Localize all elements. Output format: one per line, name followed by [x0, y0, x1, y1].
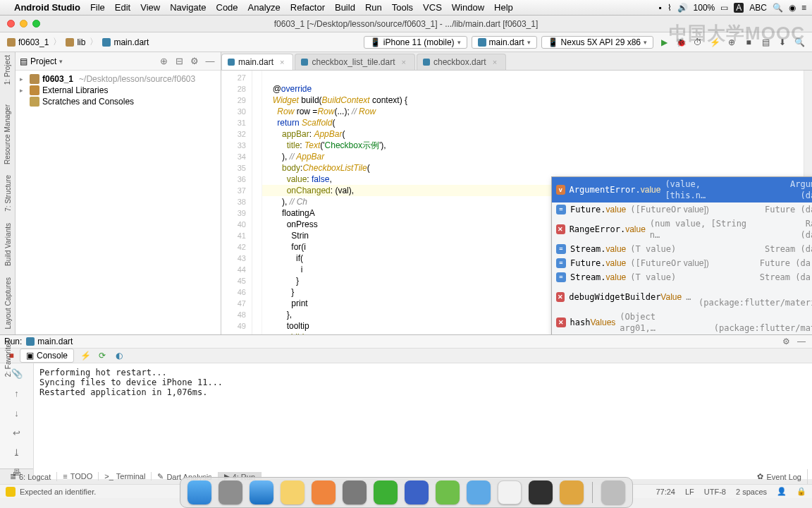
run-hide-icon[interactable]: —: [795, 335, 808, 348]
window-close-button[interactable]: [7, 20, 15, 28]
code-completion-popup[interactable]: vArgumentError.value(value, [this.n…Argu…: [551, 176, 812, 334]
debug-button-icon[interactable]: 🐞: [674, 35, 688, 49]
inspections-icon[interactable]: 👤: [777, 487, 787, 496]
event-log-tab[interactable]: ✿Event Log: [751, 469, 808, 484]
completion-item[interactable]: ✕debugWidgetBuilderValue…void (package:f…: [552, 284, 812, 310]
volume-icon[interactable]: 🔊: [677, 3, 688, 13]
hot-reload-icon[interactable]: ⚡: [708, 35, 722, 49]
completion-item[interactable]: =Future.value([FutureOr value])Future (d…: [552, 202, 812, 217]
device-selector-primary[interactable]: 📱iPhone 11 (mobile)▾: [364, 36, 467, 49]
file-encoding[interactable]: UTF-8: [704, 488, 726, 496]
caret-position[interactable]: 77:24: [656, 488, 675, 496]
hot-restart-action-icon[interactable]: ⟳: [94, 349, 111, 363]
siri-icon[interactable]: ◉: [789, 3, 796, 13]
breadcrumb-folder[interactable]: lib: [63, 37, 88, 47]
run-button-icon[interactable]: ▶: [657, 35, 671, 49]
close-tab-icon[interactable]: ×: [493, 58, 497, 66]
menu-navigate[interactable]: Navigate: [170, 2, 206, 13]
completion-item[interactable]: =Stream.value(T value)Stream (dart:core): [552, 242, 812, 256]
completion-item[interactable]: =Stream.value(T value)Stream (dart:async…: [552, 270, 812, 284]
menu-build[interactable]: Build: [335, 2, 355, 13]
completion-item[interactable]: ✕RangeError.value(num value, [String n…R…: [552, 217, 812, 242]
menubar-app-name[interactable]: Android Studio: [14, 2, 80, 13]
menu-file[interactable]: File: [90, 2, 105, 13]
status-warning-icon[interactable]: [6, 487, 16, 497]
control-center-icon[interactable]: ≡: [801, 3, 806, 13]
run-console-tab[interactable]: ▣Console: [20, 349, 74, 363]
status-bar: Expected an identifier. 77:24 LF UTF-8 2…: [0, 484, 812, 498]
menu-vcs[interactable]: VCS: [423, 2, 442, 13]
open-devtools-icon[interactable]: ◐: [111, 349, 128, 363]
tool-tab-structure[interactable]: 7: Structure: [4, 175, 12, 212]
menu-view[interactable]: View: [140, 2, 160, 13]
spotlight-icon[interactable]: 🔍: [773, 3, 783, 13]
window-zoom-button[interactable]: [32, 20, 40, 28]
project-hide-icon[interactable]: —: [204, 55, 216, 68]
completion-item[interactable]: =Future.value([FutureOr value])Future (d…: [552, 256, 812, 270]
run-configuration-name[interactable]: main.dart: [26, 337, 73, 346]
run-up-icon[interactable]: ↑: [8, 386, 25, 400]
run-scroll-to-end-icon[interactable]: ⤓: [8, 445, 25, 459]
editor-tab[interactable]: checkbox.dart×: [417, 54, 506, 70]
menu-tools[interactable]: Tools: [392, 2, 413, 13]
bottom-tab[interactable]: ≣6: Logcat: [4, 472, 57, 481]
close-tab-icon[interactable]: ×: [280, 58, 284, 66]
completion-kind-icon: =: [556, 272, 566, 282]
window-title-bar: f0603_1 [~/Desktop/lesson/source/f0603_1…: [0, 16, 812, 32]
bottom-tab-icon: ≡: [63, 472, 67, 480]
attach-icon[interactable]: ⊕: [725, 35, 739, 49]
tool-tab-favorites[interactable]: 2: Favorites: [4, 340, 12, 377]
project-view-selector[interactable]: Project: [30, 56, 56, 66]
breadcrumb-root[interactable]: f0603_1: [4, 37, 51, 47]
profile-button-icon[interactable]: ⏱: [691, 35, 705, 49]
scratches-node[interactable]: Scratches and Consoles: [18, 96, 218, 107]
sdk-manager-icon[interactable]: ⬇: [775, 35, 789, 49]
run-console-output[interactable]: Performing hot restart... Syncing files …: [34, 363, 812, 479]
breadcrumb-file[interactable]: main.dart: [99, 37, 152, 47]
tool-tab-resource-manager[interactable]: Resource Manager: [4, 104, 11, 164]
editor-tab[interactable]: main.dart×: [221, 54, 293, 70]
menu-code[interactable]: Code: [216, 2, 238, 13]
tool-tab-layout-captures[interactable]: Layout Captures: [4, 277, 12, 329]
menu-refactor[interactable]: Refactor: [290, 2, 325, 13]
bottom-tab[interactable]: ▶4: Run: [219, 472, 262, 481]
run-config-selector[interactable]: main.dart▾: [472, 36, 537, 49]
navigation-toolbar: f0603_1 〉 lib 〉 main.dart 📱iPhone 11 (mo…: [0, 32, 812, 52]
memory-lock-icon[interactable]: 🔒: [796, 487, 806, 496]
run-down-icon[interactable]: ↓: [8, 406, 25, 420]
line-separator[interactable]: LF: [685, 488, 694, 496]
bottom-tab[interactable]: >_Terminal: [99, 472, 152, 480]
tool-tab-build-variants[interactable]: Build Variants: [4, 223, 12, 266]
search-everywhere-icon[interactable]: 🔍: [792, 35, 806, 49]
tool-tab-project[interactable]: 1: Project: [4, 55, 11, 85]
close-tab-icon[interactable]: ×: [402, 58, 406, 66]
editor-tab[interactable]: checkbox_list_tile.dart×: [295, 54, 415, 70]
run-softwrap-icon[interactable]: ↩: [8, 425, 25, 440]
bottom-tab[interactable]: ✎Dart Analysis: [152, 472, 218, 481]
device-selector-secondary[interactable]: 📱Nexus 5X API 29 x86▾: [541, 36, 653, 49]
menu-window[interactable]: Window: [452, 2, 484, 13]
line-number-gutter[interactable]: 2728293031323334353637383940414243444546…: [221, 71, 252, 334]
wifi-icon[interactable]: ⌇: [668, 3, 672, 13]
menu-edit[interactable]: Edit: [115, 2, 130, 13]
bottom-tab[interactable]: ≡TODO: [57, 472, 99, 480]
run-settings-icon[interactable]: ⚙: [780, 335, 792, 348]
avd-manager-icon[interactable]: ▤: [758, 35, 773, 49]
indent-settings[interactable]: 2 spaces: [736, 488, 767, 496]
completion-kind-icon: =: [556, 258, 566, 268]
project-scroll-from-source-icon[interactable]: ⊕: [157, 55, 170, 68]
project-collapse-icon[interactable]: ⊟: [173, 55, 185, 68]
fold-column[interactable]: [252, 71, 262, 334]
stop-icon[interactable]: ■: [742, 35, 756, 49]
external-libraries-node[interactable]: ▸ External Libraries: [18, 85, 218, 96]
window-minimize-button[interactable]: [20, 20, 27, 28]
project-settings-icon[interactable]: ⚙: [188, 55, 201, 68]
menu-run[interactable]: Run: [365, 2, 382, 13]
menu-help[interactable]: Help: [494, 2, 513, 13]
project-root-node[interactable]: ▸ f0603_1 ~/Desktop/lesson/source/f0603: [18, 73, 218, 85]
completion-item[interactable]: vArgumentError.value(value, [this.n…Argu…: [552, 177, 812, 202]
completion-item[interactable]: ✕hashValues(Object arg01,…int (package:f…: [552, 310, 812, 334]
ime-flag[interactable]: A: [734, 3, 744, 13]
menu-analyze[interactable]: Analyze: [248, 2, 281, 13]
hot-reload-action-icon[interactable]: ⚡: [77, 349, 94, 363]
